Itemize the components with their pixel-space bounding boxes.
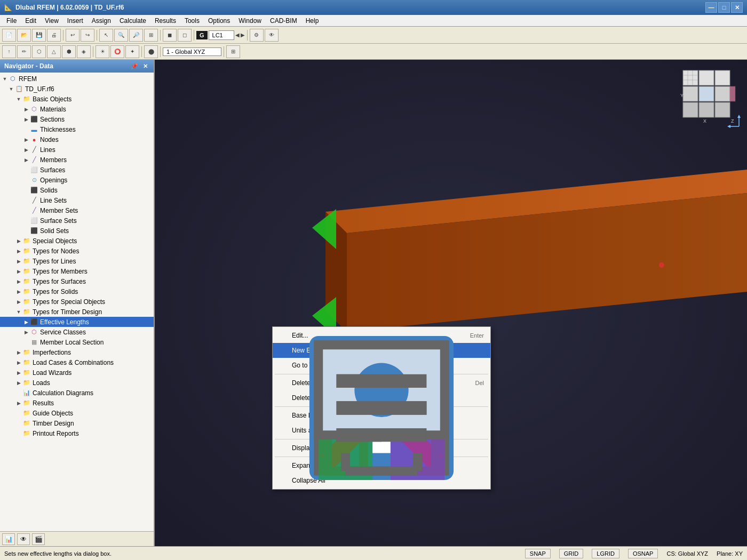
tree-item-materials[interactable]: ▶ ⬡ Materials	[0, 104, 154, 114]
tree-item-basic-objects[interactable]: ▼ 📁 Basic Objects	[0, 94, 154, 104]
navigator-controls[interactable]: 📌 ✕	[130, 62, 149, 70]
btn-fit[interactable]: ⊞	[144, 29, 158, 42]
tree-item-membersets[interactable]: ▶ ╱ Member Sets	[0, 205, 154, 215]
btn-t2-1[interactable]: ↑	[2, 45, 16, 58]
tree-item-tduf[interactable]: ▼ 📋 TD_UF.rf6	[0, 84, 154, 94]
tree-item-loads[interactable]: ▶ 📁 Loads	[0, 378, 154, 388]
coordinate-system-dropdown[interactable]: 1 - Global XYZ	[163, 47, 221, 56]
tree-item-thicknesses[interactable]: ▶ ▬ Thicknesses	[0, 124, 154, 134]
tree-item-special-objects[interactable]: ▶ 📁 Special Objects	[0, 236, 154, 246]
tree-item-types-lines[interactable]: ▶ 📁 Types for Lines	[0, 256, 154, 266]
nav-close-button[interactable]: ✕	[141, 62, 149, 70]
tree-item-types-surfaces[interactable]: ▶ 📁 Types for Surfaces	[0, 276, 154, 286]
tree-item-surfacesets[interactable]: ▶ ⬜ Surface Sets	[0, 215, 154, 226]
tree-item-types-special[interactable]: ▶ 📁 Types for Special Objects	[0, 297, 154, 307]
nav-bottom-display[interactable]: 👁	[17, 533, 30, 545]
menu-file[interactable]: File	[2, 16, 21, 26]
btn-print[interactable]: 🖨	[47, 29, 61, 42]
lc-nav-prev[interactable]: ◀	[235, 32, 240, 38]
btn-t2-6[interactable]: ◈	[77, 45, 91, 58]
btn-save[interactable]: 💾	[32, 29, 46, 42]
menu-tools[interactable]: Tools	[180, 16, 204, 26]
menu-assign[interactable]: Assign	[88, 16, 115, 26]
nav-pin-button[interactable]: 📌	[130, 62, 139, 70]
tree-item-imperfections[interactable]: ▶ 📁 Imperfections	[0, 347, 154, 357]
btn-zoom-out[interactable]: 🔎	[129, 29, 143, 42]
tree-item-load-cases[interactable]: ▶ 📁 Load Cases & Combinations	[0, 357, 154, 367]
btn-t2-10[interactable]: ⬤	[144, 45, 158, 58]
icon-types-surfaces: 📁	[22, 277, 31, 286]
tree-item-guide-objects[interactable]: ▶ 📁 Guide Objects	[0, 408, 154, 418]
menu-calculate[interactable]: Calculate	[115, 16, 150, 26]
tree-item-types-solids[interactable]: ▶ 📁 Types for Solids	[0, 286, 154, 297]
lc-nav-next[interactable]: ▶	[241, 32, 245, 38]
tree-item-solidsets[interactable]: ▶ ⬛ Solid Sets	[0, 226, 154, 236]
menu-edit[interactable]: Edit	[21, 16, 41, 26]
tree-item-linesets[interactable]: ▶ ╱ Line Sets	[0, 195, 154, 205]
btn-open[interactable]: 📂	[17, 29, 31, 42]
tree-item-nodes[interactable]: ▶ ● Nodes	[0, 134, 154, 145]
btn-render[interactable]: ◼	[163, 29, 177, 42]
tree-item-rfem[interactable]: ▼ ⬡ RFEM	[0, 74, 154, 84]
status-grid[interactable]: GRID	[559, 549, 584, 558]
tree-item-load-wizards[interactable]: ▶ 📁 Load Wizards	[0, 367, 154, 378]
icon-file: 📋	[15, 85, 23, 93]
btn-zoom-in[interactable]: 🔍	[114, 29, 128, 42]
tree-item-openings[interactable]: ▶ ⊙ Openings	[0, 175, 154, 185]
tree-item-types-nodes[interactable]: ▶ 📁 Types for Nodes	[0, 246, 154, 256]
ctx-collapse-all[interactable]: Collapse All	[273, 473, 490, 488]
minimize-button[interactable]: —	[705, 2, 717, 13]
btn-settings[interactable]: ⚙	[250, 29, 264, 42]
btn-view-mode[interactable]: ⊞	[226, 45, 240, 58]
menu-cadbim[interactable]: CAD-BIM	[266, 16, 301, 26]
btn-redo[interactable]: ↪	[81, 29, 94, 42]
tree-item-calc-diagrams[interactable]: ▶ 📊 Calculation Diagrams	[0, 388, 154, 398]
status-snap[interactable]: SNAP	[525, 549, 551, 558]
tree-item-sections[interactable]: ▶ ⬛ Sections	[0, 114, 154, 124]
tree-item-service-classes[interactable]: ▶ ⬡ Service Classes	[0, 327, 154, 337]
tree-item-types-members[interactable]: ▶ 📁 Types for Members	[0, 266, 154, 276]
menu-help[interactable]: Help	[301, 16, 323, 26]
btn-t2-4[interactable]: △	[47, 45, 61, 58]
nav-bottom-views[interactable]: 🎬	[32, 533, 45, 545]
nav-bottom-data[interactable]: 📊	[2, 533, 15, 545]
lc-selector[interactable]: G LC1 ◀ ▶	[196, 30, 245, 40]
tree-item-printout-reports[interactable]: ▶ 📁 Printout Reports	[0, 428, 154, 438]
menu-window[interactable]: Window	[234, 16, 266, 26]
btn-t2-7[interactable]: ☀	[96, 45, 109, 58]
cube-navigator[interactable]: X Y Z	[678, 65, 742, 129]
tree-item-solids[interactable]: ▶ ⬛ Solids	[0, 185, 154, 195]
btn-wireframe[interactable]: ◻	[178, 29, 192, 42]
btn-eye[interactable]: 👁	[265, 29, 279, 42]
tree-item-members[interactable]: ▶ ╱ Members	[0, 155, 154, 165]
tree-item-effective-lengths[interactable]: ▶ ⬛ Effective Lengths	[0, 317, 154, 327]
status-osnap[interactable]: OSNAP	[628, 549, 658, 558]
tree-item-types-timber[interactable]: ▼ 📁 Types for Timber Design	[0, 307, 154, 317]
btn-t2-9[interactable]: ✦	[125, 45, 139, 58]
maximize-button[interactable]: □	[718, 2, 730, 13]
lc-dropdown[interactable]: LC1	[209, 30, 234, 40]
menu-results[interactable]: Results	[150, 16, 180, 26]
tree-item-results[interactable]: ▶ 📁 Results	[0, 398, 154, 408]
label-types-lines: Types for Lines	[33, 258, 76, 265]
btn-t2-3[interactable]: ⬡	[32, 45, 46, 58]
btn-t2-5[interactable]: ⬢	[62, 45, 76, 58]
btn-undo[interactable]: ↩	[66, 29, 80, 42]
viewport[interactable]: X Y Z Edit... Enter	[155, 60, 747, 546]
menu-insert[interactable]: Insert	[63, 16, 88, 26]
menu-view[interactable]: View	[41, 16, 63, 26]
btn-new[interactable]: 📄	[2, 29, 16, 42]
menu-options[interactable]: Options	[204, 16, 234, 26]
tree-item-surfaces[interactable]: ▶ ⬜ Surfaces	[0, 165, 154, 175]
close-button[interactable]: ✕	[731, 2, 743, 13]
btn-select[interactable]: ↖	[99, 29, 113, 42]
icon-types-members: 📁	[22, 267, 31, 276]
icon-load-wizards: 📁	[22, 369, 31, 377]
tree-item-lines[interactable]: ▶ ╱ Lines	[0, 145, 154, 155]
tree-item-member-local-section[interactable]: ▶ ▦ Member Local Section	[0, 337, 154, 347]
tree-item-timber-design[interactable]: ▶ 📁 Timber Design	[0, 418, 154, 428]
status-lgrid[interactable]: LGRID	[592, 549, 619, 558]
btn-t2-8[interactable]: ⭕	[110, 45, 124, 58]
window-controls[interactable]: — □ ✕	[705, 2, 743, 13]
btn-t2-2[interactable]: ✏	[17, 45, 31, 58]
